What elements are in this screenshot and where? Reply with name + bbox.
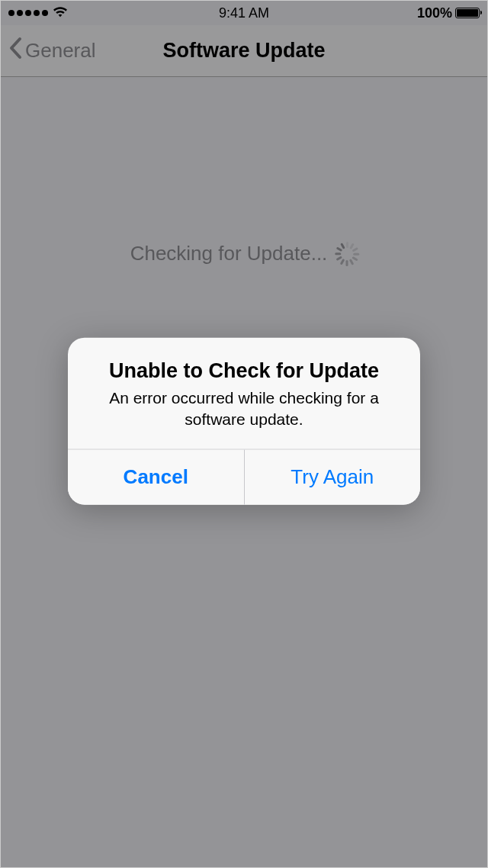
alert-dialog: Unable to Check for Update An error occu…	[68, 338, 420, 505]
alert-message: An error occurred while checking for a s…	[86, 387, 402, 431]
cancel-button[interactable]: Cancel	[68, 449, 244, 504]
try-again-button-label: Try Again	[291, 465, 374, 489]
alert-title: Unable to Check for Update	[86, 359, 402, 383]
try-again-button[interactable]: Try Again	[244, 449, 421, 504]
cancel-button-label: Cancel	[124, 465, 188, 489]
alert-body: Unable to Check for Update An error occu…	[68, 338, 420, 449]
alert-buttons: Cancel Try Again	[68, 448, 420, 504]
